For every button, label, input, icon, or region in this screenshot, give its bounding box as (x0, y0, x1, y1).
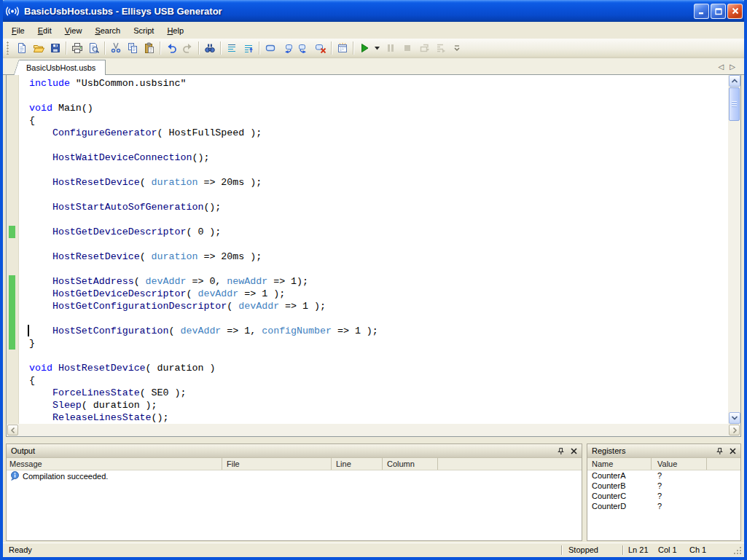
code-line[interactable]: { (7, 114, 728, 127)
format-grid-button[interactable] (334, 40, 351, 56)
indent-lines-button[interactable] (223, 40, 240, 56)
code-line[interactable] (7, 238, 728, 251)
save-button[interactable] (47, 40, 63, 56)
code-line-text: void HostResetDevice( duration ) (19, 362, 215, 374)
menu-script[interactable]: Script (127, 23, 160, 38)
menu-search[interactable]: Search (88, 23, 127, 38)
restart-button[interactable] (415, 40, 432, 56)
toggle-breakpoint-button[interactable] (262, 40, 278, 56)
print-button[interactable] (69, 40, 85, 56)
scroll-right-button[interactable] (729, 425, 740, 435)
code-line[interactable]: void Main() (7, 102, 728, 114)
toolbar-overflow-button[interactable] (453, 44, 461, 52)
next-breakpoint-button[interactable] (295, 40, 312, 56)
output-panel-titlebar[interactable]: Output (7, 444, 582, 458)
code-line[interactable]: HostStartAutoSofGeneration(); (7, 201, 728, 213)
close-button[interactable] (727, 4, 743, 19)
chevron-down-icon (731, 415, 738, 421)
menu-file[interactable]: File (5, 23, 31, 38)
code-line[interactable] (7, 90, 728, 102)
code-area[interactable]: include "UsbCommon.usbsinc"void Main(){ … (7, 75, 728, 424)
clear-breakpoints-button[interactable] (312, 40, 329, 56)
run-button[interactable] (356, 40, 372, 56)
copy-button[interactable] (124, 40, 141, 56)
column-header-value[interactable]: Value (652, 458, 707, 470)
column-header-name[interactable]: Name (587, 458, 652, 470)
gutter-margin (7, 77, 19, 90)
code-line[interactable]: HostGetDeviceDescriptor( 0 ); (7, 226, 728, 238)
code-line[interactable] (7, 312, 728, 325)
tab-scroll-right-button[interactable]: ▷ (730, 63, 735, 71)
menu-help[interactable]: Help (160, 23, 190, 38)
code-line[interactable] (7, 213, 728, 226)
code-line[interactable]: HostGetConfigurationDescriptor( devAddr … (7, 300, 728, 312)
scroll-up-button[interactable] (729, 75, 740, 87)
column-header-message[interactable]: Message (7, 458, 222, 470)
column-header-column[interactable]: Column (383, 458, 438, 470)
stop-button[interactable] (399, 40, 415, 56)
tab-basicusbhost[interactable]: BasicUsbHost.usbs (20, 60, 106, 75)
register-row[interactable]: CounterD? (587, 501, 740, 511)
redo-button[interactable] (179, 40, 196, 56)
code-line[interactable]: ConfigureGenerator( HostFullSpeed ); (7, 127, 728, 139)
register-row[interactable]: CounterB? (587, 481, 740, 491)
scroll-down-button[interactable] (729, 412, 740, 424)
vertical-scroll-thumb[interactable] (729, 87, 740, 121)
output-pin-button[interactable] (555, 446, 566, 457)
undo-button[interactable] (163, 40, 179, 56)
step-over-button[interactable] (432, 40, 449, 56)
code-line[interactable]: } (7, 337, 728, 350)
code-line[interactable] (7, 189, 728, 201)
output-close-button[interactable] (568, 446, 579, 457)
register-row[interactable]: CounterC? (587, 491, 740, 501)
output-row[interactable]: Compilation succeeded. (7, 470, 582, 481)
code-line[interactable]: { (7, 374, 728, 387)
code-line[interactable]: HostResetDevice( duration => 20ms ); (7, 251, 728, 263)
cut-button[interactable] (107, 40, 124, 56)
run-options-dropdown[interactable] (372, 40, 382, 56)
registers-panel-titlebar[interactable]: Registers (587, 444, 740, 458)
toolbar-grip[interactable] (7, 42, 9, 55)
open-file-button[interactable] (30, 40, 47, 56)
registers-close-button[interactable] (727, 446, 738, 457)
code-line[interactable] (7, 263, 728, 275)
menu-view[interactable]: View (58, 23, 89, 38)
code-line[interactable]: Sleep( duration ); (7, 399, 728, 411)
scroll-left-button[interactable] (7, 425, 18, 435)
code-line[interactable]: HostWaitDeviceConnection(); (7, 151, 728, 164)
code-line[interactable]: include "UsbCommon.usbsinc" (7, 77, 728, 90)
column-header-file[interactable]: File (222, 458, 332, 470)
change-marker (7, 337, 19, 350)
code-line[interactable]: HostResetDevice( duration => 20ms ); (7, 176, 728, 189)
tab-label: BasicUsbHost.usbs (26, 63, 95, 72)
registers-pin-button[interactable] (713, 446, 725, 457)
goto-line-button[interactable] (240, 40, 257, 56)
horizontal-scrollbar[interactable] (7, 424, 740, 436)
print-preview-button[interactable] (85, 40, 102, 56)
code-line[interactable] (7, 139, 728, 151)
register-row[interactable]: CounterA? (587, 470, 740, 481)
redo-icon (182, 42, 194, 54)
code-line[interactable] (7, 164, 728, 176)
maximize-button[interactable] (711, 4, 726, 19)
menu-edit[interactable]: Edit (31, 23, 58, 38)
code-line[interactable]: void HostResetDevice( duration ) (7, 362, 728, 374)
resize-grip[interactable] (733, 546, 743, 556)
find-button[interactable] (201, 40, 218, 56)
new-file-button[interactable] (13, 40, 30, 56)
code-line[interactable]: ReleaseLinesState(); (7, 411, 728, 424)
code-line[interactable]: ForceLinesState( SE0 ); (7, 387, 728, 399)
title-bar[interactable]: BasicUsbHost.usbs - Ellisys USB Generato… (0, 0, 747, 22)
pause-button[interactable] (382, 40, 399, 56)
code-line[interactable] (7, 350, 728, 362)
code-line[interactable]: HostSetAddress( devAddr => 0, newAddr =>… (7, 275, 728, 288)
code-line[interactable]: HostSetConfiguration( devAddr => 1, conf… (7, 325, 728, 337)
previous-breakpoint-button[interactable] (278, 40, 295, 56)
code-line[interactable]: HostGetDeviceDescriptor( devAddr => 1 ); (7, 288, 728, 300)
column-header-line[interactable]: Line (332, 458, 383, 470)
register-value: ? (652, 471, 707, 480)
paste-button[interactable] (141, 40, 157, 56)
tab-scroll-left-button[interactable]: ◁ (719, 63, 724, 71)
minimize-button[interactable] (694, 4, 709, 19)
vertical-scrollbar[interactable] (728, 75, 740, 424)
